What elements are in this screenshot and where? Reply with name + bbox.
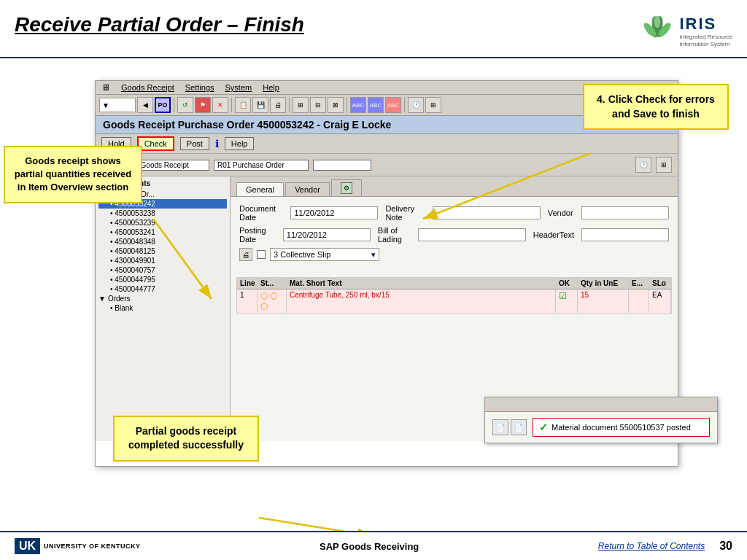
doc-icon-2: 📄 — [511, 419, 527, 435]
tree-item-8[interactable]: • 4500044795 — [98, 275, 227, 284]
toolbar-a-btn[interactable]: ABC — [350, 97, 366, 113]
tree-item-9[interactable]: • 4500044777 — [98, 284, 227, 294]
svg-point-4 — [654, 16, 659, 28]
post-button[interactable]: Post — [180, 137, 209, 150]
tab-settings-icon: ⚙ — [341, 182, 352, 194]
col-header-slo: SLo — [649, 278, 671, 289]
iris-logo-sub: Integrated ResourceInformation System — [680, 34, 733, 49]
tree-item-3[interactable]: • 4500053241 — [98, 228, 227, 237]
tree-item-2[interactable]: • 4500053239 — [98, 218, 227, 228]
filter-purchase-order[interactable]: R01 Purchase Order — [214, 160, 309, 171]
toolbar-grid2-btn[interactable]: ⊟ — [310, 97, 326, 113]
iris-logo-text: IRIS — [680, 15, 733, 34]
iris-logo: IRIS Integrated ResourceInformation Syst… — [639, 13, 733, 50]
menu-system[interactable]: System — [225, 83, 252, 92]
filter-empty[interactable] — [313, 160, 371, 171]
svg-line-7 — [259, 518, 372, 531]
menu-settings[interactable]: Settings — [185, 83, 214, 92]
menu-goods-receipt[interactable]: Goods Receipt — [121, 83, 174, 92]
bill-of-lading-input[interactable] — [418, 228, 526, 241]
toolbar-grid-btn[interactable]: ⊞ — [293, 97, 309, 113]
doc-date-label: Document Date — [239, 204, 283, 222]
page-title: Receive Partial Order – Finish — [15, 13, 304, 36]
tree-item-7[interactable]: • 4500040757 — [98, 265, 227, 275]
callout-goods-receipt: Goods receipt shows partial quantities r… — [4, 146, 142, 203]
callout-partial-text: Partial goods receipt completed successf… — [128, 425, 244, 451]
tree-label-orders: Orders — [108, 295, 131, 303]
toolbar-dropdown-1[interactable]: ▼ — [99, 98, 136, 112]
page-header: Receive Partial Order – Finish IRIS Inte… — [0, 0, 747, 58]
cell-line: 1 — [237, 289, 258, 313]
cell-text: Centrifuge Tube, 250 ml, bx/15 — [287, 289, 556, 313]
form-row-docdate: Document Date Delivery Note Vendor — [239, 204, 669, 222]
tree-item-4[interactable]: • 4500048348 — [98, 237, 227, 246]
toolbar-sep-4 — [347, 98, 347, 112]
sap-actions-bar: Hold Check Post ℹ Help — [96, 134, 678, 154]
tab-general[interactable]: General — [236, 182, 284, 196]
header-text-input[interactable] — [581, 228, 669, 241]
toolbar-back-btn[interactable]: ◀ — [137, 97, 153, 113]
col-header-text: Mat. Short Text — [287, 278, 556, 289]
printer-icon[interactable]: 🖨 — [239, 248, 252, 261]
callout-partial-complete: Partial goods receipt completed successf… — [113, 416, 259, 462]
uk-logo-box: UK — [15, 538, 40, 554]
posting-date-input[interactable] — [283, 228, 371, 241]
toolbar-x-btn[interactable]: ✕ — [212, 97, 228, 113]
sap-left-panel: My Documents ▼ Purchase Or... • 45000532… — [96, 176, 231, 441]
slip-select[interactable]: 3 Collective Slip ▾ — [270, 248, 379, 261]
check-icon: ✓ — [539, 421, 548, 433]
toolbar-sep-3 — [289, 98, 290, 112]
tree-section-orders: ▼ Orders — [98, 294, 227, 303]
vendor-label: Vendor — [548, 209, 574, 217]
sap-filters-bar: ▽ ⊞ A01 Goods Receipt R01 Purchase Order… — [96, 154, 678, 176]
tree-item-blank[interactable]: • Blank — [98, 303, 227, 313]
success-dialog-body: 📄 📄 ✓ Material document 5500510537 poste… — [485, 412, 717, 443]
toolbar-c-btn[interactable]: ABC — [385, 97, 401, 113]
doc-icon-1: 📄 — [492, 419, 508, 435]
toolbar-flag-btn[interactable]: ⚑ — [195, 97, 211, 113]
toolbar-po-btn[interactable]: PO — [155, 97, 171, 113]
tab-icon[interactable]: ⚙ — [331, 179, 362, 196]
cell-slo: EA — [649, 289, 671, 313]
tree-expand-orders[interactable]: ▼ — [98, 295, 106, 303]
toolbar-refresh-btn[interactable]: ↺ — [177, 97, 193, 113]
footer-toc-link[interactable]: Return to Table of Contents — [598, 541, 705, 551]
toolbar-copy-btn[interactable]: 📋 — [235, 97, 251, 113]
page-footer: UK UNIVERSITY OF KENTUCKY SAP Goods Rece… — [0, 531, 747, 560]
callout-check-text: 4. Click Check for errors and Save to fi… — [597, 93, 715, 120]
tree-item-1[interactable]: • 4500053238 — [98, 209, 227, 218]
clock-btn[interactable]: 🕐 — [635, 157, 651, 173]
check-button[interactable]: Check — [137, 136, 174, 151]
callout-goods-text: Goods receipt shows partial quantities r… — [15, 155, 131, 192]
table-row[interactable]: 1 ⬡ ⬡ ⬡ Centrifuge Tube, 250 ml, bx/15 ☑… — [237, 289, 671, 314]
vendor-input[interactable] — [581, 206, 669, 219]
doc-date-input[interactable] — [290, 206, 378, 219]
toolbar-save-btn[interactable]: 💾 — [252, 97, 268, 113]
page-number: 30 — [719, 540, 732, 553]
footer-center-text: SAP Goods Receiving — [320, 541, 419, 552]
slip-dropdown-icon: ▾ — [371, 250, 376, 260]
help-button[interactable]: Help — [225, 137, 255, 150]
col-header-line: Line — [237, 278, 258, 289]
toolbar-print-btn[interactable]: 🖨 — [270, 97, 286, 113]
success-message: ✓ Material document 5500510537 posted — [533, 418, 710, 437]
cell-e — [629, 289, 649, 313]
grid-btn[interactable]: ⊞ — [656, 157, 672, 173]
tree-item-6[interactable]: • 4300049901 — [98, 256, 227, 265]
info-icon: ℹ — [215, 138, 219, 149]
toolbar-time-btn[interactable]: 🕐 — [408, 97, 424, 113]
success-dialog-header — [485, 397, 717, 412]
bill-of-lading-label: Bill of Lading — [378, 226, 411, 244]
toolbar-sep-2 — [231, 98, 232, 112]
toolbar-b-btn[interactable]: ABC — [368, 97, 384, 113]
uk-logo-university: UNIVERSITY OF KENTUCKY — [44, 542, 140, 550]
toolbar-grid4-btn[interactable]: ⊞ — [425, 97, 441, 113]
tree-item-5[interactable]: • 4500048125 — [98, 246, 227, 256]
slip-checkbox[interactable] — [257, 250, 266, 259]
posting-date-label: Posting Date — [239, 226, 276, 244]
success-dialog: 📄 📄 ✓ Material document 5500510537 poste… — [484, 397, 718, 443]
menu-help[interactable]: Help — [263, 83, 279, 92]
delivery-note-input[interactable] — [433, 206, 541, 219]
tab-vendor[interactable]: Vendor — [285, 182, 330, 196]
toolbar-grid3-btn[interactable]: ⊠ — [328, 97, 344, 113]
